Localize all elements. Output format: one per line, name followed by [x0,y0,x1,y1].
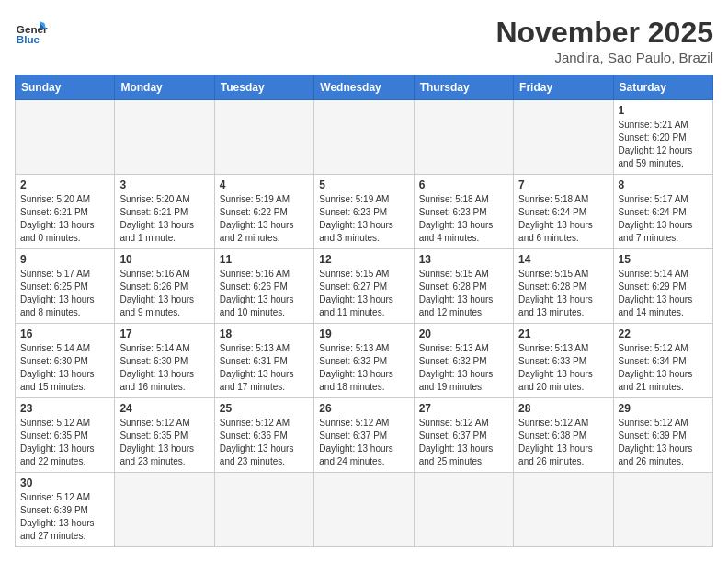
day-info: Sunrise: 5:14 AM Sunset: 6:29 PM Dayligh… [619,268,708,319]
day-number: 22 [619,327,708,340]
day-number: 26 [319,402,408,415]
day-info: Sunrise: 5:15 AM Sunset: 6:27 PM Dayligh… [319,268,408,319]
day-info: Sunrise: 5:16 AM Sunset: 6:26 PM Dayligh… [119,268,209,319]
calendar-cell-w0d0 [16,100,115,175]
day-number: 4 [220,178,309,191]
day-number: 16 [20,327,109,340]
day-info: Sunrise: 5:14 AM Sunset: 6:30 PM Dayligh… [20,342,109,394]
calendar-cell-w0d6: 1Sunrise: 5:21 AM Sunset: 6:20 PM Daylig… [613,100,712,175]
day-number: 27 [419,402,508,415]
calendar-cell-w2d5: 14Sunrise: 5:15 AM Sunset: 6:28 PM Dayli… [514,249,613,324]
calendar-cell-w0d1 [115,100,214,175]
day-info: Sunrise: 5:12 AM Sunset: 6:36 PM Dayligh… [220,417,309,468]
day-number: 20 [419,327,508,340]
calendar-cell-w1d3: 5Sunrise: 5:19 AM Sunset: 6:23 PM Daylig… [314,175,414,249]
calendar-cell-w4d3: 26Sunrise: 5:12 AM Sunset: 6:37 PM Dayli… [314,398,414,473]
day-number: 5 [319,178,408,191]
calendar-cell-w3d0: 16Sunrise: 5:14 AM Sunset: 6:30 PM Dayli… [16,324,115,398]
day-number: 11 [220,253,309,266]
day-number: 13 [419,253,508,266]
calendar-cell-w2d2: 11Sunrise: 5:16 AM Sunset: 6:26 PM Dayli… [214,249,313,324]
day-info: Sunrise: 5:18 AM Sunset: 6:23 PM Dayligh… [419,193,508,245]
calendar-cell-w5d0: 30Sunrise: 5:12 AM Sunset: 6:39 PM Dayli… [16,473,115,547]
calendar-cell-w3d4: 20Sunrise: 5:13 AM Sunset: 6:32 PM Dayli… [414,324,513,398]
day-info: Sunrise: 5:18 AM Sunset: 6:24 PM Dayligh… [518,193,608,245]
day-number: 25 [220,402,309,415]
calendar-cell-w5d5 [514,473,613,547]
calendar-cell-w1d4: 6Sunrise: 5:18 AM Sunset: 6:23 PM Daylig… [414,175,513,249]
weekday-header-monday: Monday [115,75,214,100]
logo: General Blue [15,15,48,48]
calendar-cell-w0d4 [414,100,513,175]
calendar-cell-w1d0: 2Sunrise: 5:20 AM Sunset: 6:21 PM Daylig… [16,175,115,249]
calendar-cell-w1d2: 4Sunrise: 5:19 AM Sunset: 6:22 PM Daylig… [214,175,313,249]
calendar-cell-w3d1: 17Sunrise: 5:14 AM Sunset: 6:30 PM Dayli… [115,324,214,398]
day-info: Sunrise: 5:14 AM Sunset: 6:30 PM Dayligh… [119,342,209,394]
calendar-cell-w0d3 [314,100,414,175]
day-info: Sunrise: 5:17 AM Sunset: 6:25 PM Dayligh… [20,268,109,319]
calendar-cell-w2d3: 12Sunrise: 5:15 AM Sunset: 6:27 PM Dayli… [314,249,414,324]
day-info: Sunrise: 5:21 AM Sunset: 6:20 PM Dayligh… [619,119,708,170]
weekday-header-thursday: Thursday [414,75,513,100]
day-number: 23 [20,402,109,415]
week-row-3: 16Sunrise: 5:14 AM Sunset: 6:30 PM Dayli… [16,324,713,398]
calendar-cell-w2d1: 10Sunrise: 5:16 AM Sunset: 6:26 PM Dayli… [115,249,214,324]
weekday-header-saturday: Saturday [613,75,712,100]
calendar-cell-w3d5: 21Sunrise: 5:13 AM Sunset: 6:33 PM Dayli… [514,324,613,398]
day-info: Sunrise: 5:13 AM Sunset: 6:32 PM Dayligh… [419,342,508,394]
day-info: Sunrise: 5:12 AM Sunset: 6:39 PM Dayligh… [20,491,109,543]
calendar-cell-w3d3: 19Sunrise: 5:13 AM Sunset: 6:32 PM Dayli… [314,324,414,398]
day-number: 9 [20,253,109,266]
calendar-cell-w4d1: 24Sunrise: 5:12 AM Sunset: 6:35 PM Dayli… [115,398,214,473]
day-number: 28 [518,402,608,415]
calendar-cell-w1d6: 8Sunrise: 5:17 AM Sunset: 6:24 PM Daylig… [613,175,712,249]
day-number: 21 [518,327,608,340]
logo-icon: General Blue [15,15,48,48]
title-block: November 2025 Jandira, Sao Paulo, Brazil [495,15,713,65]
day-info: Sunrise: 5:17 AM Sunset: 6:24 PM Dayligh… [619,193,708,245]
calendar-cell-w5d1 [115,473,214,547]
weekday-header-sunday: Sunday [16,75,115,100]
day-number: 10 [119,253,209,266]
day-info: Sunrise: 5:19 AM Sunset: 6:23 PM Dayligh… [319,193,408,245]
day-info: Sunrise: 5:16 AM Sunset: 6:26 PM Dayligh… [220,268,309,319]
week-row-4: 23Sunrise: 5:12 AM Sunset: 6:35 PM Dayli… [16,398,713,473]
calendar-cell-w1d5: 7Sunrise: 5:18 AM Sunset: 6:24 PM Daylig… [514,175,613,249]
day-number: 17 [119,327,209,340]
day-number: 29 [619,402,708,415]
calendar-table: SundayMondayTuesdayWednesdayThursdayFrid… [15,75,713,547]
day-info: Sunrise: 5:15 AM Sunset: 6:28 PM Dayligh… [518,268,608,319]
day-number: 6 [419,178,508,191]
calendar-cell-w2d0: 9Sunrise: 5:17 AM Sunset: 6:25 PM Daylig… [16,249,115,324]
day-number: 30 [20,477,109,489]
calendar-cell-w5d4 [414,473,513,547]
calendar-cell-w4d2: 25Sunrise: 5:12 AM Sunset: 6:36 PM Dayli… [214,398,313,473]
day-number: 18 [220,327,309,340]
svg-text:Blue: Blue [17,33,40,45]
day-info: Sunrise: 5:12 AM Sunset: 6:38 PM Dayligh… [518,417,608,468]
day-info: Sunrise: 5:12 AM Sunset: 6:37 PM Dayligh… [419,417,508,468]
day-number: 15 [619,253,708,266]
week-row-1: 2Sunrise: 5:20 AM Sunset: 6:21 PM Daylig… [16,175,713,249]
week-row-5: 30Sunrise: 5:12 AM Sunset: 6:39 PM Dayli… [16,473,713,547]
day-info: Sunrise: 5:20 AM Sunset: 6:21 PM Dayligh… [119,193,209,245]
day-info: Sunrise: 5:13 AM Sunset: 6:31 PM Dayligh… [220,342,309,394]
week-row-0: 1Sunrise: 5:21 AM Sunset: 6:20 PM Daylig… [16,100,713,175]
calendar-cell-w0d2 [214,100,313,175]
day-info: Sunrise: 5:12 AM Sunset: 6:35 PM Dayligh… [119,417,209,468]
day-number: 2 [20,178,109,191]
day-info: Sunrise: 5:20 AM Sunset: 6:21 PM Dayligh… [20,193,109,245]
day-number: 1 [619,104,708,117]
header: General Blue November 2025 Jandira, Sao … [15,15,713,65]
calendar-cell-w2d6: 15Sunrise: 5:14 AM Sunset: 6:29 PM Dayli… [613,249,712,324]
week-row-2: 9Sunrise: 5:17 AM Sunset: 6:25 PM Daylig… [16,249,713,324]
day-info: Sunrise: 5:13 AM Sunset: 6:33 PM Dayligh… [518,342,608,394]
weekday-header-row: SundayMondayTuesdayWednesdayThursdayFrid… [16,75,713,100]
day-info: Sunrise: 5:13 AM Sunset: 6:32 PM Dayligh… [319,342,408,394]
day-number: 14 [518,253,608,266]
day-info: Sunrise: 5:19 AM Sunset: 6:22 PM Dayligh… [220,193,309,245]
day-number: 3 [119,178,209,191]
calendar-cell-w3d2: 18Sunrise: 5:13 AM Sunset: 6:31 PM Dayli… [214,324,313,398]
day-info: Sunrise: 5:12 AM Sunset: 6:35 PM Dayligh… [20,417,109,468]
month-title: November 2025 [495,15,713,50]
